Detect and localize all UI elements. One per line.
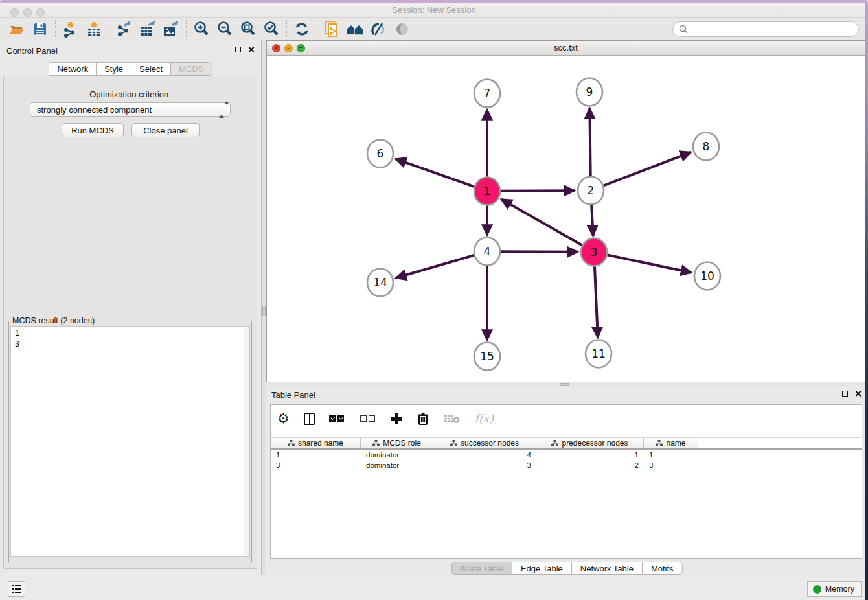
hide-selected-button[interactable]	[367, 19, 391, 39]
zoom-selected-button[interactable]	[260, 19, 283, 39]
table-cell[interactable]: 4	[433, 450, 536, 460]
close-view-button[interactable]: ✕	[272, 44, 280, 52]
column-header-successor-nodes[interactable]: successor nodes	[433, 438, 536, 448]
zoom-fit-button[interactable]	[236, 19, 260, 39]
delete-columns-button[interactable]	[417, 411, 429, 426]
float-panel-icon[interactable]	[842, 391, 848, 397]
network-canvas[interactable]: 7968124314101511	[267, 56, 865, 382]
unselect-all-columns-button[interactable]	[360, 415, 377, 422]
import-table-button[interactable]	[82, 19, 106, 39]
table-cell[interactable]: 3	[644, 460, 698, 470]
search-input[interactable]	[689, 25, 858, 34]
table-toolbar: ⚙	[271, 405, 862, 432]
tab-node-table[interactable]: Node Table	[451, 562, 512, 575]
graph-node-7[interactable]: 7	[474, 80, 500, 108]
maximize-view-button[interactable]: +	[297, 44, 305, 52]
hide-eye-icon	[370, 21, 388, 37]
zoom-window-button[interactable]	[36, 8, 45, 17]
graph-node-1[interactable]: 1	[474, 178, 500, 205]
zoom-in-button[interactable]	[190, 19, 213, 39]
edge-1-6[interactable]	[396, 159, 475, 187]
graph-node-9[interactable]: 9	[577, 78, 602, 106]
memory-button[interactable]: Memory	[807, 581, 862, 597]
table-cell[interactable]: 1	[536, 450, 644, 460]
graph-node-8[interactable]: 8	[693, 133, 719, 161]
show-hidden-button[interactable]	[391, 19, 414, 39]
edge-2-3[interactable]	[591, 204, 593, 236]
save-session-button[interactable]	[29, 19, 52, 39]
table-cell[interactable]: 1	[271, 450, 361, 460]
select-all-columns-button[interactable]	[329, 415, 346, 422]
close-window-button[interactable]	[10, 8, 19, 17]
table-cell[interactable]: 2	[536, 460, 644, 470]
table-row[interactable]: 1dominator411	[271, 450, 862, 460]
tab-motifs[interactable]: Motifs	[642, 562, 683, 575]
table-cell[interactable]: 1	[644, 450, 698, 460]
network-graph[interactable]: 7968124314101511	[267, 56, 865, 382]
graph-node-11[interactable]: 11	[586, 340, 611, 368]
import-network-button[interactable]	[59, 19, 82, 39]
graph-node-3[interactable]: 3	[581, 238, 607, 266]
table-row[interactable]: 3dominator323	[271, 460, 862, 470]
tab-edge-table[interactable]: Edge Table	[512, 562, 571, 575]
export-image-button[interactable]	[159, 19, 183, 39]
tab-network[interactable]: Network	[49, 62, 96, 76]
refresh-button[interactable]	[290, 19, 314, 39]
close-panel-icon[interactable]	[854, 390, 862, 397]
tab-mcds[interactable]: MCDS	[170, 62, 212, 76]
main-toolbar	[0, 18, 868, 40]
task-history-button[interactable]	[8, 581, 25, 597]
open-file-button[interactable]	[5, 19, 29, 39]
graph-node-6[interactable]: 6	[367, 140, 393, 168]
table-cell[interactable]: 3	[271, 460, 361, 470]
result-scrollbar[interactable]	[244, 327, 249, 556]
window-controls[interactable]	[10, 8, 45, 17]
column-header-predecessor-nodes[interactable]: predecessor nodes	[536, 438, 644, 448]
column-header-MCDS-role[interactable]: MCDS role	[361, 438, 433, 448]
splitter-grip[interactable]	[560, 383, 569, 386]
table-cell[interactable]: dominator	[361, 450, 433, 460]
clone-network-button[interactable]	[321, 19, 344, 39]
table-settings-gear-button[interactable]: ⚙	[277, 412, 290, 426]
edge-4-14[interactable]	[396, 255, 474, 278]
column-header-name[interactable]: name	[644, 438, 698, 448]
panel-columns-button[interactable]	[304, 413, 315, 425]
trash-icon	[417, 411, 429, 426]
edge-4-3[interactable]	[501, 251, 578, 252]
tab-style[interactable]: Style	[96, 62, 131, 76]
table-cell[interactable]: dominator	[361, 460, 433, 470]
graph-node-15[interactable]: 15	[474, 343, 500, 371]
add-column-button[interactable]	[391, 413, 402, 424]
close-panel-icon[interactable]	[247, 46, 255, 53]
result-line: 3	[15, 339, 249, 350]
edge-2-8[interactable]	[604, 152, 691, 186]
minimize-window-button[interactable]	[23, 8, 32, 17]
criterion-select[interactable]: strongly connected component	[30, 102, 231, 117]
edge-2-9[interactable]	[589, 108, 590, 177]
zoom-out-button[interactable]	[213, 19, 236, 39]
export-network-button[interactable]	[113, 19, 136, 39]
tab-select[interactable]: Select	[131, 62, 170, 76]
graph-node-2[interactable]: 2	[578, 177, 604, 205]
column-header-shared-name[interactable]: shared name	[271, 438, 361, 448]
vertical-splitter[interactable]	[261, 40, 266, 575]
graph-node-14[interactable]: 14	[367, 269, 393, 297]
edge-3-10[interactable]	[608, 255, 692, 272]
first-neighbors-button[interactable]	[344, 19, 367, 39]
graph-node-4[interactable]: 4	[474, 238, 500, 266]
export-table-button[interactable]	[136, 19, 159, 39]
table-cell[interactable]: 3	[433, 460, 536, 470]
minimize-view-button[interactable]: −	[284, 44, 293, 52]
list-icon	[12, 585, 21, 593]
splitter-grip[interactable]	[262, 306, 266, 316]
close-panel-button[interactable]: Close panel	[131, 123, 200, 137]
float-panel-icon[interactable]	[235, 47, 241, 52]
network-window-controls: ✕ − +	[272, 44, 305, 52]
graph-node-10[interactable]: 10	[694, 262, 720, 290]
tab-network-table[interactable]: Network Table	[571, 562, 642, 575]
edge-3-11[interactable]	[595, 266, 598, 338]
run-mcds-button[interactable]: Run MCDS	[62, 123, 124, 137]
mcds-result-list[interactable]: 13	[10, 326, 250, 557]
edge-1-2[interactable]	[501, 190, 575, 191]
edge-3-1[interactable]	[501, 199, 582, 245]
